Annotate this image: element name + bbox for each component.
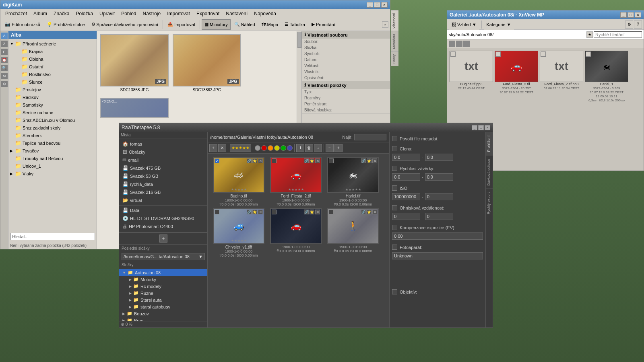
rt-color-red[interactable] <box>261 145 267 151</box>
editor-button[interactable]: 📷 Editor obrázků <box>2 19 43 30</box>
rt-rychlost-from[interactable] <box>392 173 420 181</box>
rt-objektiv-checkbox[interactable] <box>392 289 397 294</box>
rt-search-input[interactable] <box>354 134 386 140</box>
tree-item-prirodni[interactable]: ▼ 📁 Přirodní scénerie <box>8 40 97 47</box>
rt-check-chrysler[interactable] <box>215 210 219 214</box>
nahled-button[interactable]: 🔍 Náhled <box>231 19 258 30</box>
rt-check-harlei[interactable] <box>329 158 334 163</box>
xnview-list[interactable] <box>463 41 470 47</box>
close-button[interactable]: × <box>381 2 388 8</box>
rt-tb-move[interactable]: → <box>314 144 322 152</box>
xnview-checkbox-2[interactable] <box>495 51 501 57</box>
rt-thumb-bottom2[interactable]: 🔗 ⭐ ✕ 🚶 1900-1-0 0:00:00 f/0.0 0.0s ISO0… <box>325 208 381 257</box>
menu-pohled[interactable]: Pohled <box>118 10 139 17</box>
menu-napoveda[interactable]: Nápověda <box>251 10 279 17</box>
xnview-minimize[interactable]: _ <box>620 12 627 18</box>
rt-ohnis-checkbox[interactable] <box>392 205 397 210</box>
rt-minimize[interactable]: _ <box>472 125 477 130</box>
tree-item-senice[interactable]: 📁 Senice na hane <box>8 109 97 116</box>
rt-check-ford2[interactable] <box>272 158 277 163</box>
bookmark-btn[interactable]: ★ <box>586 31 593 38</box>
rt-kompenz-checkbox[interactable] <box>392 225 397 230</box>
rt-rychlost-to[interactable] <box>425 173 453 181</box>
xnview-thumb-fordpp3[interactable]: txt Ford_Fiesta_2.tif.pp301 06.22 11:35:… <box>540 51 583 102</box>
rt-subfolder-bouzov[interactable]: ▶ 📁 Bouzov <box>119 310 207 317</box>
menu-nastroje[interactable]: Nástroje <box>140 10 164 17</box>
tree-item-radikov[interactable]: 📁 Radikov <box>8 93 97 101</box>
menu-nastaveni[interactable]: Nastavení <box>223 10 251 17</box>
tree-item-prostejov[interactable]: 📁 Prostejov <box>8 86 97 93</box>
rt-color-green[interactable] <box>281 145 286 151</box>
xnview-checkbox-1[interactable] <box>450 51 456 57</box>
rt-subfolder-starsibusy[interactable]: ▶ 📁 starsi autobusy <box>126 303 207 310</box>
rt-tb-add[interactable]: + <box>209 144 217 152</box>
tree-item-sternberk[interactable]: 📁 Sternberk <box>8 132 97 139</box>
vtab-barvy[interactable]: Barvy <box>391 51 398 66</box>
rt-check-bottom1[interactable] <box>272 210 277 214</box>
xnview-thumb-harlei[interactable]: 🏍 Harlei_13072x2304 - 3 36920.07.19 9:38… <box>585 51 628 102</box>
tab-icon-6[interactable]: M <box>1 73 8 79</box>
menu-polozka[interactable]: Položka <box>72 10 96 17</box>
xnview-tool2[interactable]: ? <box>634 21 642 29</box>
rt-subfolder-rc[interactable]: ▶ 📁 Rc modely <box>126 283 207 290</box>
tree-item-sraz-abc[interactable]: 📁 Sraz ABCLinuxu v Olomou <box>8 116 97 124</box>
thumb-item-sdc13862[interactable]: JPG SDC13862.JPG <box>173 34 241 92</box>
xnview-tool1[interactable]: ⚙ <box>625 21 633 29</box>
rt-add-place-btn[interactable]: + <box>159 234 167 243</box>
rt-place-rychla[interactable]: 💾 rychlá_data <box>119 180 207 188</box>
menu-exportovat[interactable]: Exportovat <box>193 10 223 17</box>
file-props-header[interactable]: ℹ Vlastnosti souboru <box>302 31 390 39</box>
rt-place-email[interactable]: ✉ email <box>119 156 207 164</box>
vtab-vlastnosti[interactable]: Vlastnosti <box>391 10 398 31</box>
tree-item-teplice[interactable]: 📁 Teplice nad becvou <box>8 139 97 147</box>
rt-tb-stars[interactable]: ★★★★★ <box>230 144 251 152</box>
rt-maximize[interactable]: □ <box>478 125 484 130</box>
tab-icon-4[interactable]: ⏰ <box>1 57 8 63</box>
rt-subfolder-motorky[interactable]: ▶ 📁 Motorky <box>126 276 207 283</box>
rt-iso-to[interactable] <box>425 193 453 200</box>
promitani-button[interactable]: ▶ Promítání <box>309 19 338 30</box>
rt-place-virtual[interactable]: 📂 virtual <box>119 196 207 204</box>
xnview-cat-btn[interactable]: Kategorie ▼ <box>484 19 514 30</box>
tab-icon-3[interactable]: P <box>1 49 8 55</box>
rt-subfolder-starsi[interactable]: ▶ 📁 Starsi auta <box>126 296 207 303</box>
rt-place-sv475[interactable]: 💾 Svazek 475 GB <box>119 164 207 172</box>
rt-tb-del[interactable]: ✕ <box>218 144 226 152</box>
tree-item-tovacov[interactable]: ▶ 📁 Tovačov <box>8 147 97 154</box>
tree-item-krajina[interactable]: 📁 Krajina <box>15 47 97 55</box>
rt-place-sv53[interactable]: 💾 Svazek 53 GB <box>119 172 207 180</box>
rt-ohnis-from[interactable] <box>392 213 420 220</box>
rt-close[interactable]: × <box>485 125 490 130</box>
xnview-thumb-buginatxt[interactable]: txt Bugina.tif.pp322 12:46:44 CEST <box>450 51 493 102</box>
rt-tb-zoom-in[interactable]: + <box>334 144 343 152</box>
tab-icon-7[interactable]: ⚙ <box>1 81 8 87</box>
vtab-metadata[interactable]: Metadata <box>391 31 398 51</box>
tree-item-sraz-skoly[interactable]: 📁 Sraz zakladni skoly <box>8 124 97 132</box>
menu-procházet[interactable]: Procházet <box>2 10 30 17</box>
menu-znacka[interactable]: Značka <box>50 10 72 17</box>
rt-iso-from[interactable] <box>392 193 420 200</box>
tree-item-obloha[interactable]: 📁 Obloha <box>15 55 97 63</box>
menu-importovat[interactable]: Importovat <box>164 10 193 17</box>
rt-vtab-prohlizeni[interactable]: Prohlížení <box>486 132 493 155</box>
rt-thumb-ford2[interactable]: 🔗 ⭐ ✕ 🚗 ★ ★ ★ ★ ★ Ford_Fiest <box>268 157 324 206</box>
item-props-header[interactable]: ℹ Vlastnosti položky <box>302 81 390 89</box>
rt-kompenz-value[interactable] <box>392 232 483 240</box>
tab-icon-2[interactable]: Z <box>1 41 8 47</box>
xnview-thumb-ford[interactable]: 🚗 Ford_Fiesta_2.tif3072x2304 - 20 75720.… <box>495 51 538 102</box>
rt-thumb-harlei[interactable]: 🔗 ⭐ ✕ 🏍 ★ ★ ★ ★ ★ Harlei.tif <box>325 157 381 206</box>
scroll-thumb[interactable] <box>297 32 301 48</box>
rt-check-bugino[interactable]: ✓ <box>215 158 219 163</box>
xnview-back[interactable] <box>449 41 455 47</box>
rt-check-bottom2[interactable] <box>329 210 334 214</box>
stolek-button[interactable]: 💡 Prohlížeč stolce <box>44 19 88 30</box>
rt-tb-zoom-out[interactable]: − <box>326 144 334 152</box>
rt-color-none[interactable] <box>255 145 260 151</box>
rt-fotoaparat-value-input[interactable] <box>392 252 483 259</box>
maximize-button[interactable]: □ <box>374 2 380 8</box>
tree-item-ostatni[interactable]: 📁 Ostatní <box>15 63 97 70</box>
rt-place-data[interactable]: 💾 Data <box>119 206 207 214</box>
xnview-view-btn[interactable]: 🖼 Vzhled ▼ <box>449 19 479 30</box>
miniatury-button[interactable]: ▦ Miniatury <box>202 19 231 30</box>
rt-clona-to[interactable] <box>425 154 453 161</box>
